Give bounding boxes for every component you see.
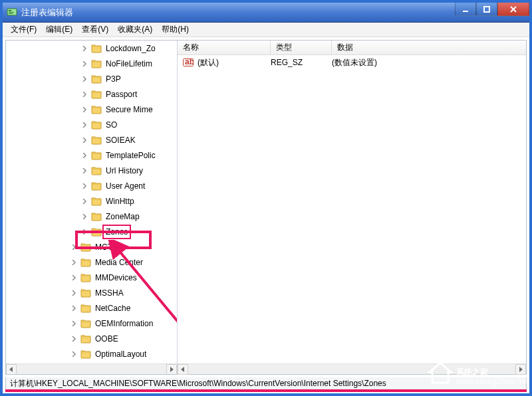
chevron-right-icon[interactable]: [70, 335, 78, 343]
tree-scroll-viewport[interactable]: Lockdown_ZoNoFileLifetimP3PPassportSecur…: [6, 41, 177, 363]
tree-item[interactable]: User Agent: [6, 178, 177, 193]
tree-item[interactable]: MMDevices: [6, 270, 177, 285]
chevron-right-icon[interactable]: [80, 45, 88, 52]
folder-icon: [80, 242, 91, 252]
tree-horizontal-scrollbar[interactable]: [6, 363, 177, 374]
folder-icon: [91, 89, 102, 100]
folder-icon: [80, 334, 91, 344]
scroll-right-button[interactable]: [166, 364, 177, 375]
tree-item[interactable]: ZoneMap: [6, 209, 177, 224]
title-buttons: [455, 3, 529, 22]
tree-item[interactable]: P3P: [6, 71, 177, 86]
chevron-right-icon[interactable]: [80, 106, 88, 114]
scroll-right-button[interactable]: [515, 364, 526, 375]
tree-item-label: User Agent: [104, 181, 146, 191]
status-path: 计算机\HKEY_LOCAL_MACHINE\SOFTWARE\Microsof…: [10, 378, 386, 389]
tree-item-label: Secure Mime: [104, 104, 154, 115]
chevron-right-icon[interactable]: [70, 258, 78, 266]
scroll-left-button[interactable]: [6, 364, 17, 375]
tree-item[interactable]: OptimalLayout: [6, 346, 177, 361]
scroll-track[interactable]: [188, 365, 515, 374]
tree-item[interactable]: Lockdown_Zo: [6, 41, 177, 56]
menu-file[interactable]: 文件(F): [7, 23, 41, 37]
folder-icon: [91, 211, 102, 222]
tree-item[interactable]: OOBE: [6, 331, 177, 346]
list-pane[interactable]: 名称 类型 数据 ab (默认) REG_SZ (数值未设置): [178, 41, 526, 374]
svg-rect-5: [484, 7, 489, 12]
svg-rect-4: [463, 11, 468, 12]
tree-item[interactable]: MCT: [6, 239, 177, 254]
tree-item[interactable]: Passport: [6, 86, 177, 102]
chevron-right-icon[interactable]: [80, 136, 88, 144]
tree-item[interactable]: Media Center: [6, 254, 177, 270]
folder-icon: [80, 257, 91, 268]
tree-item-label: P3P: [104, 74, 122, 84]
close-button[interactable]: [497, 3, 529, 16]
tree-item[interactable]: TemplatePolic: [6, 148, 177, 163]
chevron-right-icon[interactable]: [80, 60, 88, 68]
scroll-track[interactable]: [17, 365, 166, 374]
column-header-type[interactable]: 类型: [271, 41, 332, 54]
menu-edit[interactable]: 编辑(E): [42, 23, 76, 37]
folder-icon: [91, 74, 102, 84]
tree-item-label: Passport: [104, 89, 138, 100]
chevron-right-icon[interactable]: [80, 121, 88, 129]
list-row[interactable]: ab (默认) REG_SZ (数值未设置): [178, 55, 526, 70]
chevron-right-icon[interactable]: [80, 228, 88, 236]
svg-text:ab: ab: [185, 57, 194, 66]
chevron-right-icon[interactable]: [80, 182, 88, 190]
chevron-right-icon[interactable]: [80, 167, 88, 175]
chevron-right-icon[interactable]: [70, 304, 78, 312]
chevron-right-icon[interactable]: [70, 274, 78, 282]
tree-item[interactable]: SOIEAK: [6, 132, 177, 148]
chevron-right-icon[interactable]: [70, 243, 78, 251]
value-type: REG_SZ: [271, 58, 332, 67]
folder-icon: [91, 135, 102, 146]
column-header-name[interactable]: 名称: [178, 41, 271, 54]
menu-favorites[interactable]: 收藏夹(A): [114, 23, 156, 37]
menu-help[interactable]: 帮助(H): [158, 23, 193, 37]
menu-bar: 文件(F) 编辑(E) 查看(V) 收藏夹(A) 帮助(H): [3, 23, 529, 37]
chevron-right-icon[interactable]: [70, 320, 78, 328]
tree-item[interactable]: Secure Mime: [6, 102, 177, 117]
window-frame: 注册表编辑器 文件(F) 编辑(E) 查看(V) 收藏夹(A) 帮助(H) Lo…: [0, 0, 532, 396]
chevron-right-icon[interactable]: [70, 350, 78, 358]
status-bar: 计算机\HKEY_LOCAL_MACHINE\SOFTWARE\Microsof…: [5, 377, 527, 391]
chevron-right-icon[interactable]: [80, 197, 88, 205]
chevron-right-icon[interactable]: [80, 151, 88, 159]
value-name-cell: ab (默认): [178, 57, 271, 68]
tree-item[interactable]: MSSHA: [6, 285, 177, 300]
chevron-right-icon[interactable]: [80, 213, 88, 221]
list-body[interactable]: ab (默认) REG_SZ (数值未设置): [178, 55, 526, 363]
tree-item[interactable]: Url History: [6, 163, 177, 178]
tree-item-label: ZoneMap: [104, 211, 141, 222]
column-header-data[interactable]: 数据: [332, 41, 526, 54]
tree-item[interactable]: Zones: [6, 224, 177, 239]
tree-item[interactable]: NetCache: [6, 300, 177, 316]
tree-item[interactable]: WinHttp: [6, 193, 177, 209]
folder-icon: [80, 272, 91, 283]
tree-pane[interactable]: Lockdown_ZoNoFileLifetimP3PPassportSecur…: [6, 41, 178, 374]
tree-item[interactable]: OEMInformation: [6, 316, 177, 331]
tree-item-label: MSSHA: [94, 288, 125, 298]
menu-view[interactable]: 查看(V): [78, 23, 112, 37]
tree-item-label: Media Center: [94, 257, 144, 268]
folder-icon: [80, 318, 91, 329]
maximize-button[interactable]: [476, 3, 497, 16]
tree-item[interactable]: NoFileLifetim: [6, 56, 177, 71]
value-name: (默认): [198, 57, 219, 68]
window-title: 注册表编辑器: [21, 7, 73, 19]
tree-item[interactable]: SO: [6, 117, 177, 132]
minimize-button[interactable]: [455, 3, 476, 16]
folder-icon: [91, 150, 102, 161]
chevron-right-icon[interactable]: [70, 289, 78, 297]
folder-icon: [80, 288, 91, 298]
chevron-right-icon[interactable]: [80, 75, 88, 83]
value-data: (数值未设置): [332, 57, 526, 68]
regedit-icon: [7, 7, 17, 18]
scroll-left-button[interactable]: [178, 364, 188, 375]
folder-icon: [91, 196, 102, 207]
chevron-right-icon[interactable]: [80, 90, 88, 98]
list-horizontal-scrollbar[interactable]: [178, 363, 526, 374]
tree-item-label: Url History: [104, 165, 144, 176]
